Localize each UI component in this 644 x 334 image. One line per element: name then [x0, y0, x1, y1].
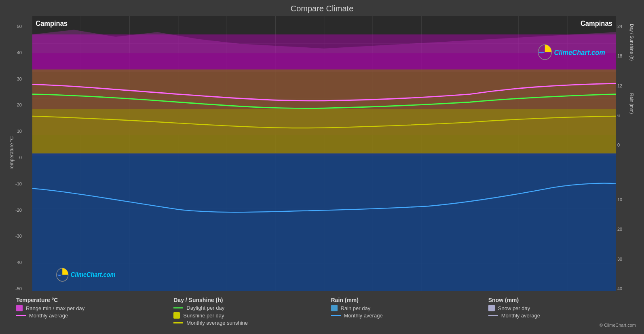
tick-n30: -30 — [15, 234, 22, 238]
snow-swatch-label: Snow per day — [498, 305, 530, 311]
temp-avg-line — [16, 315, 26, 316]
page-title: Compare Climate — [8, 4, 636, 13]
r-tick-30: 30 — [617, 257, 622, 262]
sunshine-avg-label: Monthly average sunshine — [186, 320, 248, 326]
r-tick-10: 10 — [617, 197, 622, 202]
tick-10: 10 — [17, 129, 22, 134]
r-tick-0s: 0 — [617, 143, 620, 147]
legend-snow-title: Snow (mm) — [488, 297, 636, 303]
snow-swatch — [488, 305, 495, 311]
temp-range-label: Range min / max per day — [26, 305, 84, 311]
r-tick-40: 40 — [617, 286, 622, 291]
r-tick-6: 6 — [617, 113, 620, 118]
legend-sunshine-avg: Monthly average sunshine — [173, 320, 321, 326]
legend-sunshine-swatch: Sunshine per day — [173, 312, 321, 319]
r-tick-20: 20 — [617, 227, 622, 232]
legend-temp-avg: Monthly average — [16, 313, 164, 319]
chart-svg: Campinas Campinas ClimeChart.com ClimeCh… — [32, 16, 616, 291]
tick-n50: -50 — [15, 286, 22, 291]
tick-30: 30 — [17, 77, 22, 81]
legend-sun-title: Day / Sunshine (h) — [173, 297, 321, 303]
right-axis-sunshine-label: Day / Sunshine (h) Rain (mm) — [628, 16, 636, 291]
legend-temp-title: Temperature °C — [16, 297, 164, 303]
temp-range-swatch — [16, 305, 23, 311]
snow-avg-label: Monthly average — [501, 313, 540, 319]
daylight-line — [173, 307, 183, 308]
rain-avg-line — [331, 315, 341, 316]
rain-swatch — [331, 305, 338, 311]
left-axis-ticks: 50 40 30 20 10 0 -10 -20 -30 -40 -50 — [15, 16, 23, 291]
legend-sunshine: Day / Sunshine (h) Daylight per day Suns… — [165, 297, 321, 328]
legend-temp-range: Range min / max per day — [16, 305, 164, 311]
sunshine-swatch-label: Sunshine per day — [183, 313, 224, 319]
snow-avg-line — [488, 315, 498, 316]
left-axis-label: Temperature °C — [8, 16, 15, 291]
svg-text:ClimeChart.com: ClimeChart.com — [554, 48, 605, 57]
legend-snow-swatch: Snow per day — [488, 305, 636, 311]
temp-avg-label: Monthly average — [29, 313, 68, 319]
tick-50: 50 — [17, 24, 22, 29]
sunshine-swatch — [173, 312, 180, 319]
legend-snow: Snow (mm) Snow per day Monthly average ©… — [480, 297, 636, 328]
legend-rain-avg: Monthly average — [331, 313, 479, 319]
tick-n40: -40 — [15, 260, 22, 265]
svg-text:Campinas: Campinas — [581, 19, 612, 28]
copyright: © ClimeChart.com — [488, 323, 636, 328]
tick-0: 0 — [19, 155, 22, 160]
rain-avg-label: Monthly average — [344, 313, 383, 319]
tick-n10: -10 — [15, 181, 22, 186]
r-tick-18: 18 — [617, 53, 622, 58]
right-axes: 24 18 12 6 0 10 20 30 40 Day / Sunshine … — [616, 16, 636, 291]
sunshine-avg-line — [173, 322, 183, 323]
legend-rain: Rain (mm) Rain per day Monthly average — [323, 297, 479, 328]
svg-rect-27 — [32, 109, 616, 153]
chart-body: Campinas Campinas ClimeChart.com ClimeCh… — [32, 16, 616, 291]
tick-n20: -20 — [15, 208, 22, 213]
daylight-label: Daylight per day — [186, 305, 224, 311]
svg-text:Campinas: Campinas — [36, 19, 68, 28]
right-axis-sunshine-ticks: 24 18 12 6 0 10 20 30 40 — [616, 16, 628, 291]
rain-swatch-label: Rain per day — [341, 305, 371, 311]
legend-temperature: Temperature °C Range min / max per day M… — [8, 297, 164, 328]
page-container: Compare Climate Temperature °C 50 40 30 … — [0, 0, 644, 334]
svg-text:ClimeChart.com: ClimeChart.com — [71, 271, 116, 279]
r-tick-12: 12 — [617, 83, 622, 88]
left-axis-container: Temperature °C 50 40 30 20 10 0 -10 -20 … — [8, 16, 32, 291]
legend-daylight: Daylight per day — [173, 305, 321, 311]
tick-20: 20 — [17, 102, 22, 107]
legend-rain-title: Rain (mm) — [331, 297, 479, 303]
legend-rain-swatch: Rain per day — [331, 305, 479, 311]
legend-area: Temperature °C Range min / max per day M… — [8, 294, 636, 330]
r-tick-24: 24 — [617, 24, 622, 29]
legend-snow-avg: Monthly average — [488, 313, 636, 319]
svg-rect-29 — [32, 153, 616, 291]
tick-40: 40 — [17, 50, 22, 55]
